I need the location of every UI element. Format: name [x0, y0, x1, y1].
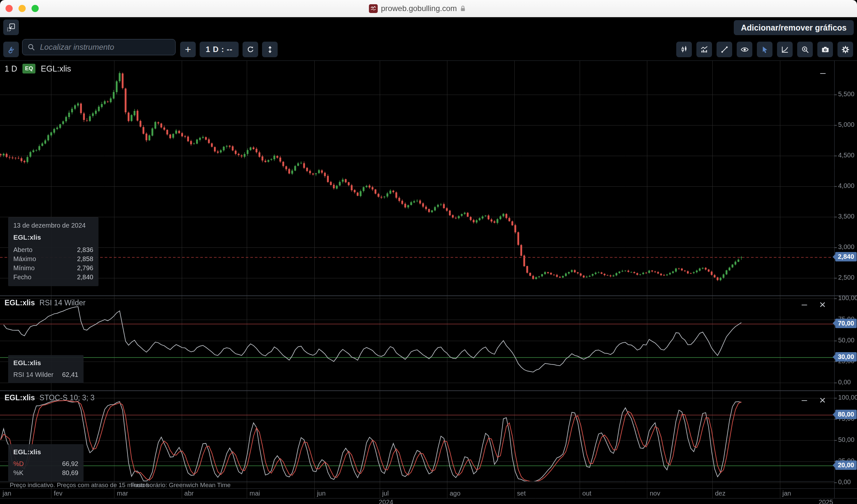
window-title: proweb.gobulling.com: [381, 4, 457, 13]
stoc-level-badge: 20,00: [835, 460, 857, 470]
minimize-window-button[interactable]: [18, 5, 26, 12]
link-icon: [7, 45, 16, 54]
main-pane-minimize-button[interactable]: –: [816, 67, 830, 79]
last-price-badge: 2,840: [835, 252, 857, 262]
time-axis-year-label: 2025: [819, 499, 833, 504]
time-axis-year-label: 2024: [379, 499, 393, 504]
rsi-axis-label: 0,00: [838, 379, 851, 386]
eye-icon: [740, 45, 749, 54]
price-axis-label: 3,000: [838, 243, 854, 251]
price-axis-label: 4,500: [838, 152, 854, 159]
vertical-arrows-icon: [266, 45, 274, 54]
ohlc-value: 2,796: [77, 263, 93, 272]
secondary-bar: Adicionar/remover gráficos: [0, 17, 857, 39]
ohlc-tooltip-row: Mínimo2,796: [13, 263, 93, 272]
curve-scale-icon: [780, 45, 789, 54]
indicators-button[interactable]: [696, 41, 712, 57]
time-axis-month-label: nov: [650, 490, 660, 497]
stoc-series-label: %K: [13, 468, 23, 477]
price-axis-label: 3,500: [838, 213, 854, 220]
stoc-indicator-label: STOC-S 10; 3; 3: [39, 393, 95, 402]
time-axis-month-label: ago: [450, 490, 460, 497]
price-axis-label: 5,500: [838, 90, 854, 98]
trendline-icon: [720, 45, 729, 54]
snapshot-button[interactable]: [817, 41, 833, 57]
search-icon: [27, 43, 35, 51]
traffic-lights: [5, 5, 39, 12]
zoom-in-icon: [801, 45, 809, 54]
tooltip-date: 13 de dezembro de 2024: [13, 222, 93, 229]
rsi-indicator-label: RSI 14 Wilder: [39, 299, 85, 307]
draw-trendline-button[interactable]: [717, 41, 732, 57]
symbol-label: EGL:xlis: [40, 64, 71, 73]
zoom-in-button[interactable]: [797, 41, 813, 57]
eq-badge: EQ: [22, 64, 36, 73]
stoc-series-value: 80,69: [62, 468, 78, 477]
stoc-axis-label: 50,00: [838, 436, 854, 443]
popout-icon: [6, 23, 16, 32]
time-axis-month-label: dez: [715, 490, 725, 497]
stoc-close-button[interactable]: ×: [816, 394, 830, 406]
add-chart-button[interactable]: +: [180, 41, 196, 57]
price-axis-label: 2,500: [838, 274, 854, 281]
add-remove-charts-button[interactable]: Adicionar/remover gráficos: [734, 20, 854, 35]
stoc-level-badge: 80,00: [835, 410, 857, 419]
rsi-tooltip-symbol: EGL:xlis: [13, 359, 78, 367]
rsi-axis-label: 50,00: [838, 337, 854, 344]
stoc-axis-label: 100,00: [838, 394, 857, 401]
chart-canvas[interactable]: [0, 0, 857, 504]
ohlc-label: Mínimo: [13, 263, 35, 272]
time-axis-month-label: jul: [382, 490, 389, 497]
ohlc-value: 2,858: [77, 254, 93, 263]
trading-app-window: proweb.gobulling.com Adicionar/remover g…: [0, 0, 857, 504]
ohlc-label: Fecho: [13, 272, 32, 282]
rsi-tooltip-label: RSI 14 Wilder: [13, 370, 53, 379]
gear-icon: [841, 45, 850, 54]
ohlc-tooltip: 13 de dezembro de 2024 EGL:xlis Aberto2,…: [8, 217, 99, 286]
rsi-close-button[interactable]: ×: [816, 299, 830, 310]
ohlc-value: 2,836: [77, 245, 93, 254]
delay-status-text: Preço indicativo. Preços com atraso de 1…: [10, 482, 149, 489]
zoom-window-button[interactable]: [32, 5, 39, 12]
camera-icon: [821, 45, 830, 54]
time-axis-month-label: fev: [54, 490, 63, 497]
price-axis-label: 4,000: [838, 182, 854, 189]
cursor-icon: [760, 45, 769, 54]
stoc-tooltip-row: %K80,69: [13, 468, 78, 477]
search-input[interactable]: [39, 42, 171, 52]
settings-button[interactable]: [838, 41, 853, 57]
stoc-series-value: 66,92: [62, 459, 78, 468]
rsi-minimize-button[interactable]: –: [797, 299, 811, 310]
stoc-minimize-button[interactable]: –: [797, 394, 811, 406]
main-chart-legend: 1 D EQ EGL:xlis: [4, 64, 71, 73]
ohlc-value: 2,840: [77, 272, 93, 282]
stoc-tooltip-symbol: EGL:xlis: [13, 448, 78, 456]
titlebar-center: proweb.gobulling.com: [369, 0, 466, 17]
interval-button[interactable]: 1 D : --: [200, 41, 239, 57]
stoc-series-label: %D: [13, 459, 24, 468]
stoc-tooltip: EGL:xlis %D66,92%K80,69: [8, 444, 84, 481]
time-axis-month-label: jun: [317, 490, 326, 497]
chart-toolbar: + 1 D : --: [0, 38, 857, 61]
window-titlebar: proweb.gobulling.com: [0, 0, 857, 17]
chart-type-button[interactable]: [676, 41, 692, 57]
scale-mode-button[interactable]: [777, 41, 793, 57]
ohlc-tooltip-row: Aberto2,836: [13, 245, 93, 254]
rsi-axis-label: 100,00: [838, 294, 857, 302]
vertical-scale-button[interactable]: [262, 41, 278, 57]
popout-button[interactable]: [3, 19, 19, 35]
lock-icon: [460, 5, 466, 12]
link-charts-button[interactable]: [3, 41, 19, 57]
cursor-tool-button[interactable]: [757, 41, 772, 57]
refresh-icon: [246, 45, 255, 54]
visibility-button[interactable]: [737, 41, 752, 57]
time-axis-month-label: jan: [3, 490, 11, 497]
candlestick-chart-icon: [680, 45, 689, 54]
instrument-search: [22, 39, 175, 55]
timezone-status-text: Fuso horário: Greenwich Mean Time: [131, 482, 231, 489]
close-window-button[interactable]: [5, 5, 13, 12]
refresh-button[interactable]: [242, 41, 258, 57]
tooltip-symbol: EGL:xlis: [13, 234, 93, 241]
rsi-level-badge: 70,00: [835, 319, 857, 328]
time-axis-month-label: mai: [249, 490, 260, 497]
